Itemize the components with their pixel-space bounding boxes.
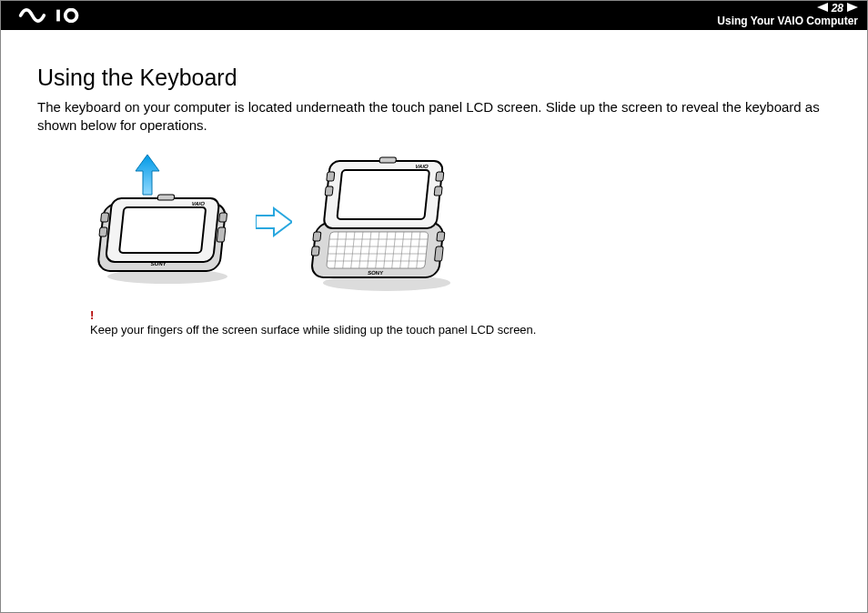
svg-marker-3 — [817, 3, 828, 12]
header-right: 28 Using Your VAIO Computer — [717, 3, 858, 28]
section-heading: Using the Keyboard — [37, 65, 820, 91]
svg-rect-8 — [119, 207, 206, 253]
page-content: Using the Keyboard The keyboard on your … — [1, 30, 867, 355]
caution-icon: ! — [90, 308, 820, 322]
svg-rect-12 — [217, 227, 226, 242]
svg-rect-39 — [435, 246, 444, 261]
svg-point-2 — [66, 10, 77, 22]
svg-rect-45 — [325, 186, 333, 196]
intro-paragraph: The keyboard on your computer is located… — [37, 98, 820, 136]
svg-rect-13 — [157, 195, 175, 200]
page-number: 28 — [832, 3, 843, 15]
figure-row: VAIO SONY — [90, 145, 820, 299]
figure-device-open: SONY VAIO — [303, 145, 467, 299]
svg-text:VAIO: VAIO — [191, 201, 205, 206]
svg-rect-10 — [99, 227, 107, 236]
svg-rect-36 — [313, 232, 321, 241]
svg-rect-42 — [337, 170, 429, 219]
nav-prev-icon[interactable] — [817, 3, 828, 15]
nav-next-icon[interactable] — [847, 3, 858, 15]
svg-text:VAIO: VAIO — [415, 164, 429, 169]
svg-rect-11 — [219, 213, 227, 222]
svg-rect-46 — [436, 172, 444, 181]
figure-device-closed: VAIO SONY — [90, 149, 245, 295]
svg-text:SONY: SONY — [368, 270, 384, 276]
svg-rect-9 — [101, 213, 109, 222]
svg-marker-16 — [136, 155, 159, 195]
transition-arrow-icon — [256, 206, 292, 237]
header-bar: 28 Using Your VAIO Computer — [1, 1, 867, 30]
svg-rect-43 — [379, 157, 397, 163]
svg-text:SONY: SONY — [150, 261, 167, 266]
svg-marker-4 — [847, 3, 858, 12]
header-section-title: Using Your VAIO Computer — [717, 15, 858, 28]
slide-up-arrow-icon — [136, 155, 159, 195]
svg-rect-37 — [311, 246, 319, 256]
caution-text: Keep your fingers off the screen surface… — [90, 323, 536, 337]
svg-rect-44 — [327, 172, 335, 181]
vaio-logo — [10, 8, 99, 23]
svg-rect-47 — [434, 186, 442, 196]
svg-marker-17 — [256, 208, 292, 236]
svg-rect-1 — [56, 10, 60, 22]
caution-note: ! Keep your fingers off the screen surfa… — [90, 308, 820, 337]
svg-rect-38 — [437, 232, 445, 241]
